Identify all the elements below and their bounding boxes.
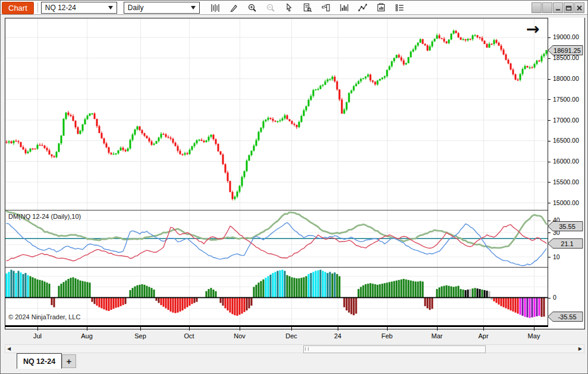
chevron-down-icon [191,6,196,10]
indicators-icon[interactable] [339,2,350,13]
dm-value-tag-1: 35.55 [548,221,583,234]
scrollbar-thumb[interactable] [303,345,486,353]
time-axis-tick [189,327,190,331]
axis-tick-label: 18000.00 [553,75,579,82]
axis-tick [548,257,551,257]
zoom-out-icon[interactable] [265,2,276,13]
axis-tick [548,79,551,80]
time-axis-label: Oct [184,332,194,340]
time-axis-tick [291,327,292,331]
go-to-latest-arrow[interactable]: → [526,21,540,37]
last-price-tag: 18691.25 [548,45,583,58]
axis-tick [548,182,551,183]
time-axis-label: Jul [33,332,42,340]
link-button-2[interactable] [542,2,552,13]
draw-pencil-icon[interactable] [228,2,239,13]
instrument-selector[interactable]: NQ 12-24 [41,2,117,14]
time-axis-tick [483,327,484,331]
dm-indicator-panel[interactable] [5,210,548,267]
axis-tick-label: 17000.00 [553,117,579,124]
price-panel[interactable] [5,18,548,210]
toolbar: Chart NQ 12-24 Daily [1,1,587,15]
close-button[interactable] [574,2,584,13]
data-box-icon[interactable] [302,2,313,13]
time-axis-label: Sep [134,332,146,340]
time-axis-label: Dec [285,332,297,340]
svg-text:35.55: 35.55 [559,222,576,230]
tab-bar: NQ 12-24 + [5,353,584,370]
link-button-1[interactable] [532,2,542,13]
time-axis-label: Mar [432,332,443,340]
time-axis-label: May [528,332,540,340]
drawing-tools-icon[interactable] [357,2,368,13]
minimize-button[interactable] [553,2,563,13]
chevron-down-icon [108,6,113,10]
zoom-in-icon[interactable] [247,2,257,13]
restore-button[interactable] [564,2,574,13]
axis-tick [548,141,551,142]
toolbar-icons [210,2,405,13]
axis-tick-label: 15500.00 [553,178,579,186]
toolbar-separator [37,2,38,12]
scrollbar-grip [305,347,309,351]
bar-spacing-icon[interactable] [210,2,221,13]
time-axis-label: Aug [81,332,93,340]
histogram-value-tag: -35.55 [548,312,583,324]
axis-tick [548,99,551,100]
interval-selector[interactable]: Daily [124,2,200,14]
time-axis-label: 24 [334,332,341,340]
instrument-value: NQ 12-24 [45,4,76,12]
svg-text:-35.55: -35.55 [558,313,576,320]
axis-tick-label: 10 [553,253,560,260]
axis-tick [548,162,551,162]
axis-tick-label: 16000.00 [553,158,579,165]
time-axis-label: Apr [478,332,488,340]
interval-value: Daily [128,4,144,12]
cursor-icon[interactable] [284,2,294,13]
axis-tick [548,58,551,59]
time-axis-tick [437,327,438,331]
axis-tick-label: 0 [553,294,556,301]
tab-nq-12-24[interactable]: NQ 12-24 [17,353,62,369]
time-axis-tick [87,327,87,331]
dm-indicator-label: DM(NQ 12-24 (Daily),10) [8,213,81,220]
add-tab-button[interactable]: + [62,354,76,368]
time-axis[interactable]: JulAugSepOctNovDec24FebMarAprMay [5,327,548,342]
strategies-icon[interactable] [376,2,386,13]
chart-trader-icon[interactable] [320,2,331,13]
axis-tick-label: 19000.00 [553,33,579,40]
dm-value-tag-2: 21.1 [548,238,583,251]
scroll-left-arrow-icon[interactable]: ◀ [7,346,11,352]
svg-text:21.1: 21.1 [561,240,573,247]
scroll-right-arrow-icon[interactable]: ▶ [578,346,582,352]
price-axis[interactable]: 19000.0018500.0018000.0017500.0017000.00… [548,18,584,327]
axis-tick [548,298,551,298]
chart-window: Chart NQ 12-24 Daily DM(NQ 12-24 (Daily)… [0,0,588,374]
time-axis-label: Nov [234,332,246,340]
window-controls [532,2,584,13]
axis-tick [548,120,551,121]
axis-tick-label: 17500.00 [553,96,579,103]
properties-icon[interactable] [394,2,405,13]
time-axis-tick [387,327,388,331]
panel-divider[interactable] [5,210,548,210]
time-axis-tick [240,327,240,331]
axis-tick [548,203,551,203]
time-axis-tick [140,327,141,331]
time-axis-label: Feb [382,332,393,340]
window-title-tab[interactable]: Chart [2,2,34,14]
axis-tick-label: 16500.00 [553,137,579,144]
time-axis-tick [37,327,38,331]
axis-tick-label: 15000.00 [553,199,579,206]
time-axis-tick [534,327,534,331]
axis-tick [548,37,551,38]
copyright-text: © 2024 NinjaTrader, LLC [8,313,80,320]
svg-text:18691.25: 18691.25 [554,47,581,54]
horizontal-scrollbar[interactable]: ◀ ▶ [5,344,584,353]
time-axis-tick [338,327,338,331]
adx-histogram-panel[interactable] [5,268,548,325]
